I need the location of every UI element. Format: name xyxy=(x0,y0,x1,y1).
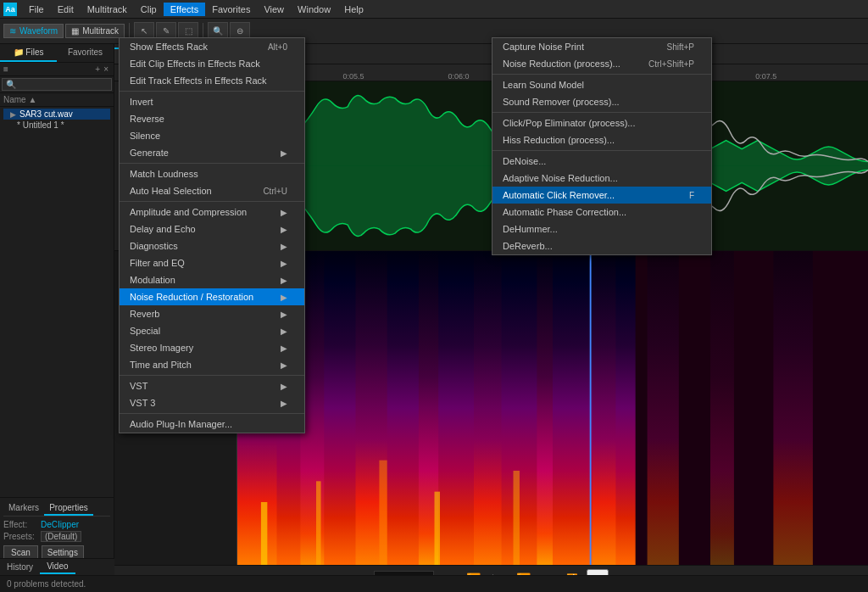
dd-sep-5 xyxy=(120,413,304,414)
expand-arrow: ▶ xyxy=(10,110,16,119)
multitrack-icon: ▦ xyxy=(71,26,79,36)
ruler-mark-2: 0:05.5 xyxy=(343,72,364,81)
tab-favorites[interactable]: Favorites xyxy=(57,44,114,62)
menu-item-file[interactable]: File xyxy=(22,3,51,16)
tab-files[interactable]: 📁 Files xyxy=(0,44,57,62)
effects-item-diagnostics[interactable]: Diagnostics ▶ xyxy=(120,237,304,254)
svg-rect-15 xyxy=(435,492,441,565)
noise-submenu-menu: Capture Noise Print Shift+P Noise Reduct… xyxy=(492,37,712,255)
effects-item-delay-echo[interactable]: Delay and Echo ▶ xyxy=(120,221,304,237)
menu-item-multitrack[interactable]: Multitrack xyxy=(81,3,134,16)
effects-item-generate[interactable]: Generate ▶ xyxy=(120,144,304,161)
effects-item-filter-eq[interactable]: Filter and EQ ▶ xyxy=(120,254,304,271)
file-item-sar3[interactable]: ▶ SAR3 cut.wav xyxy=(3,109,110,120)
svg-rect-18 xyxy=(648,251,679,565)
effects-item-vst3[interactable]: VST 3 ▶ xyxy=(120,394,304,411)
dd-sep-1 xyxy=(120,91,304,92)
status-message: 0 problems detected. xyxy=(7,579,86,589)
tab-history[interactable]: History xyxy=(0,561,40,573)
menu-bar: Aa File Edit Multitrack Clip Effects Fav… xyxy=(0,0,868,19)
effects-item-modulation[interactable]: Modulation ▶ xyxy=(120,271,304,288)
file-list: ▶ SAR3 cut.wav * Untitled 1 * xyxy=(0,107,114,497)
effect-row: Effect: DeCIipper xyxy=(3,520,110,529)
effects-item-audio-plugin[interactable]: Audio Plug-In Manager... xyxy=(120,416,304,433)
file-group: ▶ SAR3 cut.wav * Untitled 1 * xyxy=(0,107,114,132)
svg-rect-19 xyxy=(710,251,734,565)
noise-item-click-pop[interactable]: Click/Pop Eliminator (process)... xyxy=(492,114,711,131)
history-video-tabs: History Video xyxy=(0,558,114,575)
effects-item-auto-heal[interactable]: Auto Heal Selection Ctrl+U xyxy=(120,182,304,199)
files-search-container xyxy=(0,76,114,93)
toolbar-mode-waveform[interactable]: ≋ Waveform xyxy=(3,24,64,38)
effects-item-silence[interactable]: Silence xyxy=(120,127,304,144)
files-tab-bar: 📁 Files Favorites xyxy=(0,44,114,63)
svg-rect-14 xyxy=(379,461,387,565)
svg-rect-16 xyxy=(514,471,520,565)
menu-item-view[interactable]: View xyxy=(257,3,291,16)
effects-dropdown-menu: Show Effects Rack Alt+0 Edit Clip Effect… xyxy=(119,37,305,433)
effects-item-noise-reduction[interactable]: Noise Reduction / Restoration ▶ xyxy=(120,288,304,305)
effects-item-vst[interactable]: VST ▶ xyxy=(120,377,304,394)
effects-item-match-loudness[interactable]: Match Loudness xyxy=(120,165,304,182)
files-header: ≡ + × xyxy=(0,63,114,76)
noise-item-adaptive[interactable]: Adaptive Noise Reduction... xyxy=(492,170,711,187)
menu-item-edit[interactable]: Edit xyxy=(51,3,81,16)
effects-item-stereo-imagery[interactable]: Stereo Imagery ▶ xyxy=(120,339,304,356)
menu-item-effects[interactable]: Effects xyxy=(164,3,205,16)
dd-sep-2 xyxy=(120,163,304,164)
menu-item-window[interactable]: Window xyxy=(291,3,337,16)
dd-sep-3 xyxy=(120,201,304,202)
noise-item-auto-phase[interactable]: Automatic Phase Correction... xyxy=(492,204,711,221)
svg-rect-13 xyxy=(316,481,321,565)
svg-rect-12 xyxy=(261,502,267,565)
files-close-btn[interactable]: × xyxy=(102,64,110,74)
svg-rect-9 xyxy=(474,251,502,565)
dd-sep-4 xyxy=(120,375,304,376)
noise-sep-1 xyxy=(492,74,711,75)
spectrogram-svg xyxy=(237,251,868,565)
status-bar: 0 problems detected. xyxy=(0,575,868,592)
noise-item-hiss[interactable]: Hiss Reduction (process)... xyxy=(492,131,711,148)
name-column-header: Name ▲ xyxy=(0,93,114,107)
noise-item-sound-remover[interactable]: Sound Remover (process)... xyxy=(492,93,711,110)
effects-item-reverb[interactable]: Reverb ▶ xyxy=(120,305,304,322)
noise-item-denoise[interactable]: DeNoise... xyxy=(492,153,711,170)
noise-item-capture[interactable]: Capture Noise Print Shift+P xyxy=(492,38,711,55)
ruler-mark-6: 0:07.5 xyxy=(755,72,776,81)
noise-item-noise-reduction[interactable]: Noise Reduction (process)... Ctrl+Shift+… xyxy=(492,55,711,72)
tab-properties[interactable]: Properties xyxy=(44,501,93,516)
files-icon: 📁 xyxy=(14,47,24,57)
tab-video[interactable]: Video xyxy=(40,560,75,574)
spectrogram-canvas[interactable] xyxy=(237,251,868,565)
effects-item-special[interactable]: Special ▶ xyxy=(120,322,304,339)
menu-item-help[interactable]: Help xyxy=(337,3,370,16)
effects-item-amplitude[interactable]: Amplitude and Compression ▶ xyxy=(120,204,304,221)
left-panel: 📁 Files Favorites ≡ + × Name ▲ ▶ SAR3 cu… xyxy=(0,44,114,592)
svg-rect-11 xyxy=(593,251,616,565)
svg-rect-20 xyxy=(773,251,813,565)
effects-item-time-pitch[interactable]: Time and Pitch ▶ xyxy=(120,356,304,373)
noise-item-learn-sound[interactable]: Learn Sound Model xyxy=(492,76,711,93)
files-add-btn[interactable]: + xyxy=(93,64,102,74)
tab-markers[interactable]: Markers xyxy=(3,501,44,516)
effects-item-reverse[interactable]: Reverse xyxy=(120,110,304,127)
menu-item-favorites[interactable]: Favorites xyxy=(205,3,257,16)
menu-item-clip[interactable]: Clip xyxy=(134,3,164,16)
markers-props-tabs: Markers Properties xyxy=(3,501,110,517)
noise-item-dehummer[interactable]: DeHummer... xyxy=(492,221,711,237)
file-item-untitled[interactable]: * Untitled 1 * xyxy=(3,120,110,131)
noise-item-dereverb[interactable]: DeReverb... xyxy=(492,237,711,254)
noise-sep-3 xyxy=(492,150,711,151)
noise-item-auto-click[interactable]: Automatic Click Remover... F xyxy=(492,187,711,204)
app-icon: Aa xyxy=(3,3,17,16)
search-input[interactable] xyxy=(2,78,112,91)
noise-sep-2 xyxy=(492,112,711,113)
toolbar-mode-multitrack[interactable]: ▦ Multitrack xyxy=(65,24,125,38)
ruler-mark-3: 0:06:0 xyxy=(448,72,469,81)
waveform-icon: ≋ xyxy=(9,26,16,36)
effects-item-invert[interactable]: Invert xyxy=(120,93,304,110)
effects-item-edit-track[interactable]: Edit Track Effects in Effects Rack xyxy=(120,72,304,89)
effects-item-edit-clip[interactable]: Edit Clip Effects in Effects Rack xyxy=(120,55,304,72)
presets-row: Presets: (Default) xyxy=(3,531,110,542)
effects-item-show-rack[interactable]: Show Effects Rack Alt+0 xyxy=(120,38,304,55)
